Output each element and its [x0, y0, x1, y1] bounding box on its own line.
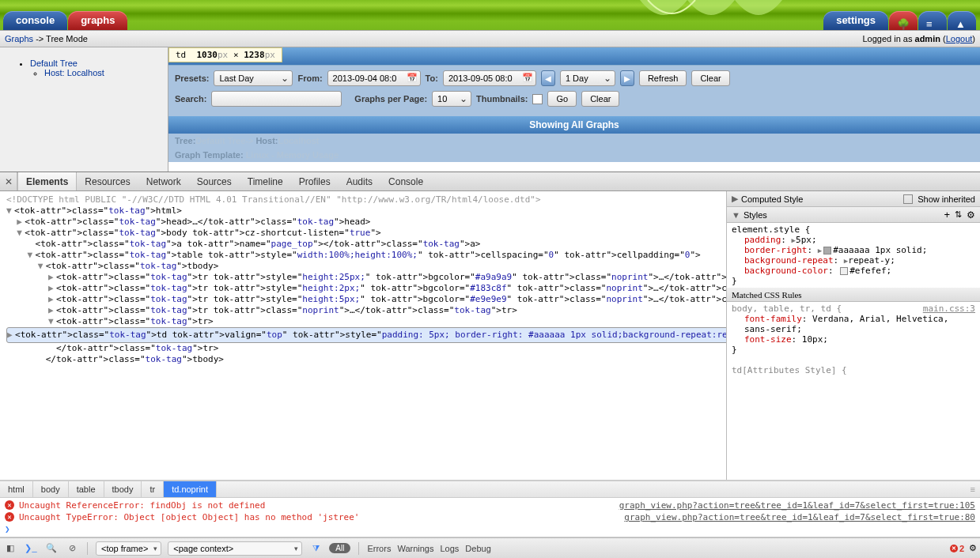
tab-preview-view[interactable]: ▲	[948, 11, 976, 30]
frame-value: <top frame>	[101, 544, 148, 553]
timespan-select[interactable]: 1 Day	[560, 70, 615, 86]
tab-console[interactable]: console	[3, 11, 67, 30]
thumbnails-label: Thumbnails:	[476, 94, 528, 104]
tree-child-0[interactable]: Host: Localhost	[44, 68, 165, 77]
login-status: Logged in as admin (Logout)	[862, 34, 975, 43]
filter-icon[interactable]: ⧩	[308, 541, 323, 556]
crumb-td-noprint[interactable]: td.noprint	[164, 481, 217, 497]
login-user: admin	[915, 34, 940, 43]
computed-style-header[interactable]: ▶ Computed Style Show inherited	[727, 191, 980, 207]
devtools-tab-elements[interactable]: Elements	[17, 172, 77, 190]
logout-link[interactable]: Logout	[946, 34, 973, 43]
tab-list-view[interactable]: ≡	[918, 11, 947, 30]
tooltip-hpx: px	[265, 50, 275, 60]
search-icon[interactable]: 🔍	[44, 541, 59, 556]
devtools-tab-console[interactable]: Console	[380, 172, 431, 190]
crumb-table[interactable]: table	[69, 481, 104, 497]
devtools-tabs: ✕ Elements Resources Network Sources Tim…	[0, 172, 980, 191]
preview-icon: ▲	[955, 15, 968, 28]
styles-header[interactable]: ▼ Styles + ⇅ ⚙	[727, 207, 980, 223]
tooltip-wpx: px	[218, 50, 228, 60]
devtools-tab-sources[interactable]: Sources	[189, 172, 240, 190]
tree-icon: 🌳	[897, 15, 910, 28]
dock-icon[interactable]: ◧	[3, 541, 17, 556]
login-prefix: Logged in as	[862, 34, 914, 43]
show-inherited-checkbox[interactable]	[903, 194, 913, 204]
tab-tree-view[interactable]: 🌳	[889, 11, 918, 30]
gpp-label: Graphs per Page:	[354, 94, 427, 104]
date-prev-button[interactable]: ◀	[541, 70, 555, 86]
tab-graphs-label: graphs	[81, 14, 115, 26]
clear-button[interactable]: Clear	[691, 70, 729, 86]
crumb-body[interactable]: body	[33, 481, 69, 497]
sub2-v: Linux - Memory Usage	[244, 150, 339, 160]
devtools-tab-audits[interactable]: Audits	[339, 172, 380, 190]
search-label: Search:	[175, 94, 206, 104]
devtools-close-button[interactable]: ✕	[0, 172, 17, 190]
new-rule-icon[interactable]: +	[944, 209, 950, 221]
crumbs-menu-icon[interactable]: ≡	[966, 484, 980, 494]
filters-title: Graph Filters	[168, 47, 980, 65]
tab-settings[interactable]: settings	[823, 11, 888, 30]
refresh-button[interactable]: Refresh	[639, 70, 687, 86]
filter-debug[interactable]: Debug	[465, 544, 490, 553]
gear-icon[interactable]: ⚙	[967, 209, 975, 221]
thumbnails-checkbox[interactable]	[532, 94, 543, 104]
separator	[358, 542, 359, 555]
go-button[interactable]: Go	[547, 91, 577, 107]
tree-root[interactable]: Default Tree Host: Localhost	[30, 58, 165, 77]
gpp-value: 10	[437, 94, 447, 104]
breadcrumb-graphs-link[interactable]: Graphs	[5, 34, 33, 43]
presets-value: Last Day	[219, 74, 253, 83]
filter-logs[interactable]: Logs	[440, 544, 459, 553]
from-input[interactable]: 2013-09-04 08:0	[327, 70, 421, 86]
clear2-button[interactable]: Clear	[581, 91, 619, 107]
sub1-v2: Localhost	[278, 136, 320, 145]
tooltip-w: 1030	[197, 50, 218, 60]
presets-label: Presets:	[175, 74, 209, 83]
console-toggle-icon[interactable]: ❯_	[24, 541, 38, 556]
element-size-tooltip: td 1030px × 1238px	[168, 47, 282, 62]
tree-child-0-label[interactable]: Host: Localhost	[44, 68, 104, 77]
context-value: <page context>	[173, 544, 233, 553]
to-label: To:	[426, 74, 438, 83]
separator	[87, 542, 88, 555]
tooltip-h: 1238	[244, 50, 265, 60]
presets-select[interactable]: Last Day	[214, 70, 293, 86]
breadcrumb-tail: Tree Mode	[46, 34, 88, 43]
show-inherited-label: Show inherited	[918, 194, 975, 204]
error-count-badge[interactable]: ✕2	[950, 544, 964, 553]
tooltip-el: td	[176, 50, 186, 60]
from-label: From:	[297, 74, 322, 83]
header-decoration	[640, 0, 782, 30]
to-input[interactable]: 2013-09-05 08:0	[443, 70, 536, 86]
breadcrumb-sep: ->	[33, 34, 46, 43]
console-messages: ✕Uncaught ReferenceError: findObj is not…	[0, 498, 980, 537]
gpp-select[interactable]: 10	[432, 91, 471, 107]
crumb-tbody[interactable]: tbody	[104, 481, 142, 497]
list-icon: ≡	[926, 15, 939, 28]
filter-warnings[interactable]: Warnings	[397, 544, 433, 553]
search-input[interactable]	[211, 91, 342, 107]
tab-graphs[interactable]: graphs	[68, 11, 127, 30]
crumb-html[interactable]: html	[0, 481, 33, 497]
date-next-button[interactable]: ▶	[620, 70, 634, 86]
tab-console-label: console	[16, 14, 55, 26]
devtools-tab-timeline[interactable]: Timeline	[240, 172, 291, 190]
chevron-right-icon: ▶	[732, 194, 738, 204]
template-subbanner: Graph Template: Linux - Memory Usage	[168, 148, 980, 162]
tree-root-label[interactable]: Default Tree	[30, 58, 78, 68]
styles-body[interactable]: element.style {padding: ▶5px;border-righ…	[727, 223, 980, 480]
devtools-tab-profiles[interactable]: Profiles	[291, 172, 339, 190]
frame-select[interactable]: <top frame>	[96, 541, 161, 556]
dom-tree-pane[interactable]: <!DOCTYPE html PUBLIC "-//W3C//DTD HTML …	[0, 191, 727, 480]
devtools-tab-network[interactable]: Network	[138, 172, 189, 190]
crumb-tr[interactable]: tr	[142, 481, 164, 497]
settings-gear-icon[interactable]: ⚙	[969, 543, 977, 553]
clear-icon[interactable]: ⊘	[65, 541, 79, 556]
filter-all[interactable]: All	[329, 543, 350, 553]
filter-errors[interactable]: Errors	[367, 544, 391, 553]
devtools-tab-resources[interactable]: Resources	[77, 172, 138, 190]
context-select[interactable]: <page context>	[168, 541, 302, 556]
toggle-state-icon[interactable]: ⇅	[955, 209, 962, 220]
